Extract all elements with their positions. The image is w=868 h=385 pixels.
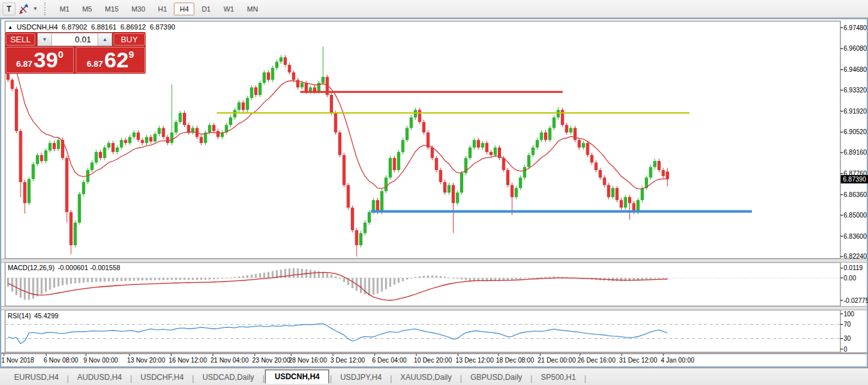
sell-price-big: 39 xyxy=(34,47,58,73)
time-axis-label: 23 Nov 20:00 xyxy=(252,357,291,364)
macd-name: MACD(12,26,9) xyxy=(8,264,55,271)
mt4-application: T ▼ M1M5M15M30H1H4D1W1MN 6.974806.960806… xyxy=(0,0,868,385)
tab-USDCNH-H4[interactable]: USDCNH,H4 xyxy=(265,370,329,384)
timeframe-M1[interactable]: M1 xyxy=(54,3,75,15)
time-axis-label: 26 Dec 16:00 xyxy=(577,357,616,364)
buy-price-button[interactable]: 6.87 62 9 xyxy=(76,47,145,73)
rsi-axis-label: 30 xyxy=(844,335,851,342)
rsi-axis[interactable]: 10070300 xyxy=(840,311,855,353)
tab-GBPUSD-Daily[interactable]: GBPUSD,Daily xyxy=(463,371,530,383)
timeframe-H1[interactable]: H1 xyxy=(152,3,173,15)
rsi-indicator-label: RSI(14) 45.4299 xyxy=(8,312,58,320)
time-axis-label: 16 Nov 12:00 xyxy=(169,357,207,364)
timeframe-M30[interactable]: M30 xyxy=(126,3,151,15)
tab-XAUUSD-Daily[interactable]: XAUUSD,Daily xyxy=(393,371,459,383)
time-axis-label: 6 Dec 04:00 xyxy=(372,357,407,364)
price-axis-label: 6.94680 xyxy=(844,66,867,73)
sell-price-button[interactable]: 6.87 39 0 xyxy=(6,47,74,73)
price-axis-label: 6.96080 xyxy=(844,45,867,52)
time-axis-label: 28 Nov 16:00 xyxy=(289,357,327,364)
timeframe-buttons: M1M5M15M30H1H4D1W1MN xyxy=(53,3,264,15)
time-axis-label: 9 Nov 00:00 xyxy=(83,357,118,364)
price-axis-label: 6.97480 xyxy=(844,24,867,31)
rsi-axis-label: 0 xyxy=(844,346,847,353)
price-axis-label: 6.86360 xyxy=(844,191,867,198)
volume-stepper: ▼ ▲ xyxy=(37,33,112,46)
sell-button[interactable]: SELL xyxy=(6,33,35,46)
rsi-name: RSI(14) xyxy=(8,312,31,320)
macd-axis-label: -0.027754 xyxy=(844,297,868,304)
ohlc-close: 6.87390 xyxy=(149,23,175,31)
arrows-dropdown-caret[interactable]: ▼ xyxy=(33,6,38,12)
tab-USDCHF-H4[interactable]: USDCHF,H4 xyxy=(133,371,191,383)
tab-separator: | xyxy=(584,374,587,383)
volume-increase-button[interactable]: ▲ xyxy=(98,33,112,46)
timeframe-M5[interactable]: M5 xyxy=(76,3,98,15)
time-axis-label: 21 Nov 04:00 xyxy=(210,357,249,364)
one-click-collapse-icon[interactable]: ▲ xyxy=(8,24,13,30)
macd-axis[interactable]: 0.01190.00-0.027754 xyxy=(840,264,868,304)
buy-button[interactable]: BUY xyxy=(114,33,145,46)
chart-header: ▲ USDCNH,H4 6.87902 6.88161 6.86912 6.87… xyxy=(8,23,175,31)
macd-values: -0.000601 -0.001558 xyxy=(58,264,121,271)
timeframe-D1[interactable]: D1 xyxy=(196,3,216,15)
timeframe-W1[interactable]: W1 xyxy=(217,3,240,15)
tab-USDJPY-H4[interactable]: USDJPY,H4 xyxy=(332,371,389,383)
volume-decrease-button[interactable]: ▼ xyxy=(38,33,52,46)
toolbar: T ▼ M1M5M15M30H1H4D1W1MN xyxy=(0,0,868,18)
time-axis-label: 4 Jan 00:00 xyxy=(661,357,695,364)
tab-AUDUSD-H4[interactable]: AUDUSD,H4 xyxy=(69,371,129,383)
arrows-tool-button[interactable] xyxy=(17,2,31,15)
price-axis[interactable]: 6.974806.960806.946806.933206.919206.905… xyxy=(840,24,867,261)
ohlc-open: 6.87902 xyxy=(62,23,87,31)
tab-SP500-H1[interactable]: SP500,H1 xyxy=(533,371,584,383)
volume-input[interactable] xyxy=(52,33,98,46)
time-axis-label: 6 Nov 08:00 xyxy=(44,357,78,364)
rsi-value: 45.4299 xyxy=(34,312,58,320)
symbol-tab-bar: EURUSD,H4|AUDUSD,H4|USDCHF,H4|USDCAD,Dai… xyxy=(0,368,868,385)
macd-axis-label: 0.0119 xyxy=(844,264,863,271)
sell-price-base: 6.87 xyxy=(16,59,32,69)
time-axis-label: 31 Dec 12:00 xyxy=(619,357,658,364)
crossed-arrows-icon xyxy=(18,3,30,15)
sell-price-sup: 0 xyxy=(58,49,63,60)
time-axis-label: 18 Dec 08:00 xyxy=(496,357,534,364)
timeframe-M15[interactable]: M15 xyxy=(99,3,124,15)
tab-EURUSD-H4[interactable]: EURUSD,H4 xyxy=(6,371,66,383)
time-axis-label: 1 Nov 2018 xyxy=(1,357,35,364)
price-axis-label: 6.91920 xyxy=(844,108,867,115)
buy-price-sup: 9 xyxy=(128,49,133,60)
tab-USDCAD-Daily[interactable]: USDCAD,Daily xyxy=(194,371,262,383)
ohlc-high: 6.88161 xyxy=(91,23,117,31)
ohlc-low: 6.86912 xyxy=(121,23,146,31)
timeframe-MN[interactable]: MN xyxy=(241,3,264,15)
chart-symbol-period: USDCNH,H4 xyxy=(17,23,58,31)
rsi-axis-label: 100 xyxy=(844,311,855,318)
buy-price-base: 6.87 xyxy=(87,59,103,69)
time-axis-label: 10 Dec 20:00 xyxy=(414,357,452,364)
price-axis-label: 6.89160 xyxy=(844,149,867,156)
rsi-axis-label: 70 xyxy=(844,321,851,328)
svg-text:6.87390: 6.87390 xyxy=(843,176,867,183)
macd-axis-label: 0.00 xyxy=(844,275,856,282)
time-axis-label: 13 Nov 20:00 xyxy=(127,357,166,364)
text-tool-button[interactable]: T xyxy=(3,3,15,15)
time-axis[interactable]: 1 Nov 20186 Nov 08:009 Nov 00:0013 Nov 2… xyxy=(1,354,867,364)
timeframe-H4[interactable]: H4 xyxy=(174,3,194,15)
time-axis-label: 21 Dec 00:00 xyxy=(538,357,576,364)
buy-price-big: 62 xyxy=(105,47,129,73)
toolbar-grip[interactable] xyxy=(44,3,48,15)
one-click-trading-panel: SELL ▼ ▲ BUY 6.87 39 0 6.87 62 9 xyxy=(5,32,146,74)
time-axis-label: 13 Dec 12:00 xyxy=(455,357,494,364)
time-axis-label: 3 Dec 12:00 xyxy=(330,357,365,364)
price-axis-label: 6.85000 xyxy=(844,212,867,219)
price-axis-label: 6.82240 xyxy=(844,253,867,260)
macd-indicator-label: MACD(12,26,9) -0.000601 -0.001558 xyxy=(8,264,120,271)
price-axis-label: 6.83600 xyxy=(844,233,867,240)
price-axis-label: 6.93320 xyxy=(844,87,867,94)
price-axis-label: 6.90520 xyxy=(844,128,867,135)
current-price-tag: 6.87390 xyxy=(841,175,868,184)
